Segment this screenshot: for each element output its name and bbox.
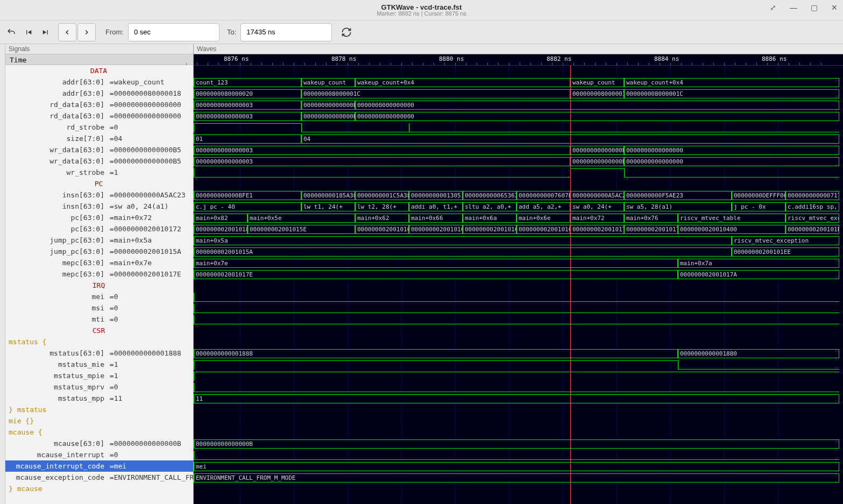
wave-row[interactable] — [194, 337, 843, 348]
signal-row[interactable]: mstatus[63:0] =0000000000001888 — [5, 347, 193, 359]
signal-row[interactable]: addr[63:0] =wakeup_count — [5, 76, 193, 88]
wave-row[interactable]: 00000000000018880000000000001880 — [194, 348, 843, 359]
signal-row[interactable]: wr_data[63:0] =00000000000000B5 — [5, 155, 193, 167]
signal-section[interactable]: IRQ — [5, 280, 193, 291]
signal-name: addr[63:0] — [5, 88, 105, 99]
signal-row[interactable]: mcause_exception_code =ENVIRONMENT_CALL_… — [5, 472, 193, 483]
signal-name: mepc[63:0] — [5, 268, 105, 280]
signal-group[interactable]: mcause { — [5, 427, 193, 438]
wave-row[interactable] — [194, 303, 843, 314]
signal-row[interactable]: jump_pc[63:0] =000000002001015A — [5, 246, 193, 257]
wave-row[interactable]: 000000002001017E000000002001017A — [194, 269, 843, 280]
signal-row[interactable]: rd_strobe =0 — [5, 122, 193, 133]
waves-title: Waves — [194, 44, 843, 54]
minimize-icon[interactable]: — — [788, 2, 799, 13]
to-input[interactable] — [240, 23, 332, 41]
step-forward-icon[interactable] — [77, 23, 96, 41]
wave-row[interactable]: 0000000020010182000000002001015E00000000… — [194, 224, 843, 235]
wave-row[interactable] — [194, 404, 843, 416]
wave-row[interactable] — [194, 450, 843, 461]
close-icon[interactable]: ✕ — [829, 2, 840, 13]
wave-row[interactable]: 000000002001015A00000000200101EE — [194, 246, 843, 258]
signal-row[interactable]: mepc[63:0] =main+0x7e — [5, 257, 193, 268]
signal-row[interactable]: mepc[63:0] =000000002001017E — [5, 268, 193, 280]
signal-row[interactable]: msi =0 — [5, 302, 193, 314]
wave-row[interactable]: 000000000000000300000000000000B500000000… — [194, 156, 843, 167]
signal-row[interactable]: mcause[63:0] =000000000000000B — [5, 438, 193, 449]
signal-row[interactable]: wr_strobe =1 — [5, 167, 193, 178]
wave-row[interactable]: c.j pc - 40lw t1, 24(+lw t2, 28(+addi a0… — [194, 201, 843, 212]
reload-icon[interactable] — [338, 24, 355, 40]
signal-group[interactable]: mstatus { — [5, 336, 193, 347]
signal-group-close[interactable]: } mstatus — [5, 404, 193, 415]
wave-bus-segment: 000000002001015E — [247, 225, 355, 234]
wave-row[interactable] — [194, 66, 843, 77]
wave-row[interactable]: mei — [194, 461, 843, 472]
time-ruler[interactable]: 8876 ns8878 ns8880 ns8882 ns8884 ns8886 … — [194, 54, 843, 66]
from-input[interactable] — [128, 23, 219, 41]
signal-row[interactable]: mstatus_mie =1 — [5, 359, 193, 370]
wave-row[interactable]: 000000000000000300000000000000B400000000… — [194, 100, 843, 111]
signal-group[interactable]: mie {} — [5, 415, 193, 427]
signal-row[interactable]: mcause_interrupt_code =mei — [5, 460, 193, 472]
wave-row[interactable]: 000000000000BFE1000000000185A30300000000… — [194, 190, 843, 201]
signal-row[interactable]: mei =0 — [5, 291, 193, 302]
wave-row[interactable] — [194, 484, 843, 495]
signal-row[interactable]: jump_pc[63:0] =main+0x5a — [5, 235, 193, 246]
signal-row[interactable]: mstatus_mpie =1 — [5, 370, 193, 381]
undo-icon[interactable] — [3, 24, 19, 40]
signal-section[interactable]: PC — [5, 178, 193, 189]
signal-group-close[interactable]: } mcause — [5, 483, 193, 494]
wave-row[interactable] — [194, 292, 843, 303]
signal-row[interactable]: mstatus_mprv =0 — [5, 381, 193, 393]
signal-row[interactable]: pc[63:0] =main+0x72 — [5, 212, 193, 223]
signal-row[interactable]: rd_data[63:0] =0000000000000000 — [5, 110, 193, 122]
wave-row[interactable] — [194, 416, 843, 427]
wave-area[interactable]: count_123wakeup_countwakeup_count+0x4wak… — [194, 66, 843, 504]
wave-row[interactable] — [194, 325, 843, 337]
wave-row[interactable] — [194, 314, 843, 325]
signal-row[interactable]: pc[63:0] =0000000020010172 — [5, 223, 193, 235]
wave-row[interactable] — [194, 359, 843, 371]
wave-row[interactable]: main+0x5ariscv_mtvec_exception — [194, 235, 843, 246]
step-back-icon[interactable] — [58, 23, 76, 41]
wave-row[interactable] — [194, 167, 843, 179]
signal-row[interactable]: mstatus_mpp =11 — [5, 393, 193, 404]
wave-bus-segment: sltu a2, a0,+ — [463, 202, 516, 211]
wave-row[interactable]: 11 — [194, 393, 843, 404]
signal-row[interactable]: wr_data[63:0] =00000000000000B5 — [5, 144, 193, 155]
wave-row[interactable]: 000000000000000300000000000000B400000000… — [194, 111, 843, 122]
wave-row[interactable] — [194, 371, 843, 382]
signal-value: =0000000020010172 — [105, 225, 181, 233]
skip-start-icon[interactable] — [20, 24, 37, 40]
signal-row[interactable]: rd_data[63:0] =0000000000000000 — [5, 99, 193, 110]
signals-list[interactable]: DATAaddr[63:0] =wakeup_countaddr[63:0] =… — [5, 65, 193, 504]
wave-row[interactable] — [194, 280, 843, 292]
wave-row[interactable]: main+0x7emain+0x7a — [194, 258, 843, 269]
fullscreen-icon[interactable]: ⤢ — [768, 2, 778, 13]
signal-section[interactable]: DATA — [5, 65, 193, 76]
signal-row[interactable]: mti =0 — [5, 314, 193, 325]
signal-row[interactable]: insn[63:0] =00000000000A5AC23 — [5, 189, 193, 201]
skip-end-icon[interactable] — [38, 24, 54, 40]
signal-section[interactable]: CSR — [5, 325, 193, 336]
signal-row[interactable]: addr[63:0] =0000000080000018 — [5, 88, 193, 99]
wave-row[interactable]: 0000000080000020000000008000001C00000000… — [194, 88, 843, 100]
wave-row[interactable] — [194, 122, 843, 133]
wave-row[interactable] — [194, 382, 843, 393]
wave-bus-segment: main+0x82 — [194, 214, 247, 223]
wave-bus-segment: main+0x72 — [570, 214, 624, 223]
maximize-icon[interactable]: ▢ — [809, 2, 819, 13]
signal-row[interactable]: insn[63:0] =sw a0, 24(a1) — [5, 201, 193, 212]
wave-row[interactable] — [194, 427, 843, 438]
wave-row[interactable]: 0104 — [194, 133, 843, 145]
wave-row[interactable]: 000000000000000B — [194, 438, 843, 450]
wave-row[interactable]: main+0x82main+0x5emain+0x62main+0x66main… — [194, 212, 843, 224]
signal-row[interactable]: size[7:0] =04 — [5, 133, 193, 144]
wave-bus-segment: ENVIRONMENT_CALL_FROM_M_MODE — [194, 473, 839, 482]
wave-row[interactable]: count_123wakeup_countwakeup_count+0x4wak… — [194, 77, 843, 88]
signal-row[interactable]: mcause_interrupt =0 — [5, 449, 193, 460]
wave-row[interactable]: ENVIRONMENT_CALL_FROM_M_MODE — [194, 472, 843, 484]
wave-row[interactable] — [194, 179, 843, 190]
wave-row[interactable]: 000000000000000300000000000000B500000000… — [194, 145, 843, 156]
